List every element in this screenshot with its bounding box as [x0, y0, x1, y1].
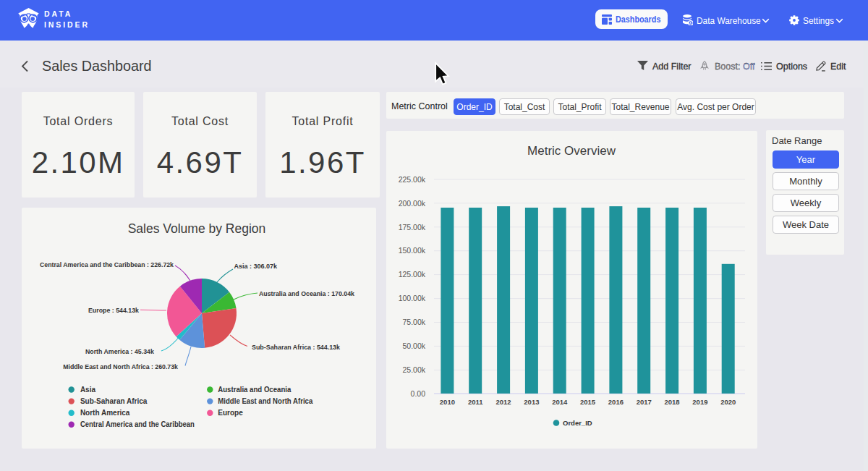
svg-text:Central America and the Caribb: Central America and the Caribbean: [80, 420, 195, 428]
svg-text:2015: 2015: [580, 398, 596, 406]
svg-text:2016: 2016: [608, 398, 624, 406]
svg-text:2011: 2011: [468, 398, 483, 406]
svg-text:2019: 2019: [692, 398, 707, 406]
svg-text:2010: 2010: [440, 398, 455, 406]
svg-text:150.00k: 150.00k: [399, 246, 426, 255]
svg-text:Sub-Saharan Africa : 544.13k: Sub-Saharan Africa : 544.13k: [252, 344, 341, 351]
svg-text:Sub-Saharan Africa: Sub-Saharan Africa: [80, 397, 148, 405]
svg-text:175.00k: 175.00k: [399, 223, 426, 232]
svg-text:0.00: 0.00: [411, 389, 426, 398]
svg-text:Asia : 306.07k: Asia : 306.07k: [234, 263, 278, 270]
svg-text:75.00k: 75.00k: [402, 318, 425, 326]
svg-text:Central America and the Caribb: Central America and the Caribbean : 226.…: [40, 261, 174, 268]
svg-text:Australia and Oceania: Australia and Oceania: [218, 386, 291, 394]
svg-text:Asia: Asia: [80, 386, 96, 394]
svg-text:Europe: Europe: [218, 409, 243, 417]
svg-text:2020: 2020: [720, 398, 736, 406]
svg-text:Sales Volume by Region: Sales Volume by Region: [128, 221, 266, 236]
svg-text:Order_ID: Order_ID: [563, 419, 592, 427]
svg-text:Australia and Oceania : 170.04: Australia and Oceania : 170.04k: [259, 290, 355, 297]
svg-text:225.00k: 225.00k: [399, 175, 426, 184]
svg-text:Europe : 544.13k: Europe : 544.13k: [88, 307, 140, 314]
svg-text:2012: 2012: [496, 398, 511, 406]
svg-text:125.00k: 125.00k: [399, 270, 426, 279]
svg-text:200.00k: 200.00k: [399, 199, 426, 208]
svg-text:2013: 2013: [524, 398, 539, 406]
svg-text:Metric Overview: Metric Overview: [527, 144, 616, 158]
svg-text:Middle East and North Africa :: Middle East and North Africa : 260.73k: [63, 363, 179, 370]
svg-text:North America : 45.34k: North America : 45.34k: [85, 348, 155, 355]
svg-text:2018: 2018: [665, 398, 680, 406]
svg-text:50.00k: 50.00k: [402, 341, 425, 350]
svg-text:100.00k: 100.00k: [399, 294, 426, 302]
svg-text:2014: 2014: [552, 398, 568, 406]
svg-text:25.00k: 25.00k: [402, 365, 425, 374]
svg-text:2017: 2017: [637, 398, 652, 406]
svg-text:Middle East and North Africa: Middle East and North Africa: [218, 397, 312, 405]
svg-text:North America: North America: [80, 409, 130, 417]
